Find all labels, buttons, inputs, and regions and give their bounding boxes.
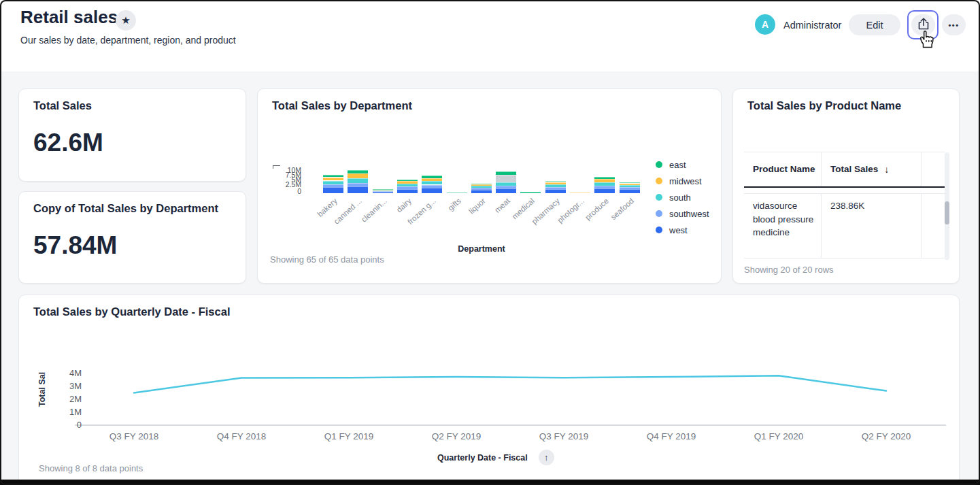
kpi-card-total-sales[interactable]: Total Sales 62.6M bbox=[18, 88, 246, 182]
bar-segment-liquor-midwest[interactable] bbox=[471, 184, 492, 186]
column-header-empty bbox=[922, 152, 945, 186]
favorite-star-icon[interactable]: ★ bbox=[116, 10, 136, 31]
bar-segment-bakery-west[interactable] bbox=[323, 187, 343, 193]
legend-item-midwest[interactable]: midwest bbox=[656, 173, 709, 189]
bar-segment-liquor-south[interactable] bbox=[471, 186, 492, 188]
bar-segment-liquor-southwest[interactable] bbox=[471, 188, 492, 190]
x-axis-title: Department bbox=[323, 244, 640, 254]
legend-label: midwest bbox=[669, 176, 702, 186]
bar-segment-gifts-east[interactable] bbox=[447, 193, 467, 193]
column-header-total-sales[interactable]: Total Sales ↓ bbox=[822, 152, 922, 186]
x-axis-title: Quarterly Date - Fiscal bbox=[437, 453, 528, 463]
bar-segment-produce-southwest[interactable] bbox=[594, 186, 615, 188]
bar-segment-canned-southwest[interactable] bbox=[348, 183, 368, 186]
bar-segment-produce-midwest[interactable] bbox=[594, 179, 615, 182]
bar-segment-cleanin-south[interactable] bbox=[373, 190, 393, 191]
kpi-title: Total Sales bbox=[33, 99, 92, 112]
table-scrollbar-track[interactable] bbox=[945, 152, 949, 260]
share-button[interactable] bbox=[911, 14, 935, 35]
bar-segment-dairy-east[interactable] bbox=[397, 180, 418, 182]
legend-label: east bbox=[669, 160, 686, 170]
bar-segment-cleanin-east[interactable] bbox=[373, 189, 393, 190]
legend-dot-west bbox=[656, 227, 662, 233]
kpi-card-copy-total-sales[interactable]: Copy of Total Sales by Department 57.84M bbox=[18, 191, 246, 284]
bar-segment-bakery-southwest[interactable] bbox=[323, 184, 343, 188]
bar-segment-produce-east[interactable] bbox=[594, 177, 615, 179]
column-header-product-name[interactable]: Product Name bbox=[744, 152, 822, 186]
cell-total-sales: 238.86K bbox=[822, 194, 922, 258]
bar-segment-dairy-west[interactable] bbox=[397, 189, 418, 193]
legend-dot-midwest bbox=[656, 178, 662, 184]
bar-segment-pharmacy-west[interactable] bbox=[545, 189, 566, 193]
bar-segment-frozeng-midwest[interactable] bbox=[422, 178, 442, 182]
x-axis-title-group: Quarterly Date - Fiscal ↑ bbox=[437, 450, 554, 465]
bar-segment-seafood-south[interactable] bbox=[620, 185, 640, 187]
bar-segment-meat-midwest[interactable] bbox=[496, 175, 516, 182]
bar-segment-seafood-west[interactable] bbox=[620, 189, 640, 193]
column-header-label: Total Sales bbox=[830, 163, 878, 175]
bar-segment-frozeng-south[interactable] bbox=[422, 181, 442, 184]
bar-segment-pharmacy-midwest[interactable] bbox=[545, 182, 566, 185]
kpi-title: Copy of Total Sales by Department bbox=[33, 202, 218, 215]
bar-segment-frozeng-southwest[interactable] bbox=[422, 185, 442, 188]
bar-segment-cleanin-southwest[interactable] bbox=[373, 191, 393, 192]
bar-segment-seafood-southwest[interactable] bbox=[620, 187, 640, 189]
bar-segment-produce-south[interactable] bbox=[594, 182, 615, 186]
bar-segment-produce-west[interactable] bbox=[594, 188, 615, 193]
avatar[interactable]: A bbox=[755, 14, 775, 35]
page-subtitle: Our sales by date, department, region, a… bbox=[20, 35, 236, 46]
sort-descending-icon[interactable]: ↓ bbox=[884, 163, 889, 176]
legend-item-east[interactable]: east bbox=[656, 156, 709, 173]
bar-segment-photogr-midwest[interactable] bbox=[570, 193, 590, 193]
line-series-total-sales[interactable] bbox=[134, 375, 886, 392]
bar-segment-liquor-east[interactable] bbox=[471, 184, 492, 185]
table-body: vidasource blood pressure medicine238.86… bbox=[744, 194, 945, 258]
bar-segment-pharmacy-east[interactable] bbox=[545, 181, 566, 182]
table-header-row: Product Name Total Sales ↓ bbox=[744, 152, 945, 188]
table-scrollbar-thumb[interactable] bbox=[945, 201, 949, 224]
legend-dot-southwest bbox=[656, 210, 662, 217]
bar-segment-meat-southwest[interactable] bbox=[496, 186, 516, 188]
bar-segment-frozeng-west[interactable] bbox=[422, 188, 442, 193]
bar-segment-pharmacy-southwest[interactable] bbox=[545, 187, 566, 189]
data-points-note: Showing 65 of 65 data points bbox=[270, 254, 384, 265]
bar-segment-canned-west[interactable] bbox=[348, 186, 368, 193]
sort-ascending-icon[interactable]: ↑ bbox=[539, 450, 554, 465]
more-options-button[interactable]: ••• bbox=[942, 14, 966, 35]
bar-segment-meat-east[interactable] bbox=[496, 171, 516, 175]
screen-bottom-edge bbox=[0, 480, 980, 485]
bar-segment-bakery-south[interactable] bbox=[323, 181, 343, 184]
legend-dot-east bbox=[656, 161, 662, 168]
bar-segment-cleanin-west[interactable] bbox=[373, 192, 393, 193]
line-series-svg bbox=[19, 295, 960, 452]
bar-segment-dairy-southwest[interactable] bbox=[397, 186, 418, 189]
legend-item-south[interactable]: south bbox=[656, 189, 709, 205]
edit-button[interactable]: Edit bbox=[849, 14, 900, 35]
bar-segment-cleanin-midwest[interactable] bbox=[373, 190, 393, 190]
bar-segment-bakery-east[interactable] bbox=[323, 175, 343, 178]
bar-segment-canned-midwest[interactable] bbox=[348, 173, 368, 178]
chart-card-total-sales-by-quarterly-date: Total Sales by Quarterly Date - Fiscal T… bbox=[18, 295, 960, 485]
bar-segment-meat-west[interactable] bbox=[496, 188, 516, 193]
bar-segment-pharmacy-south[interactable] bbox=[545, 184, 566, 187]
legend-label: southwest bbox=[669, 209, 709, 219]
bar-segment-liquor-west[interactable] bbox=[471, 190, 492, 193]
bar-segment-dairy-south[interactable] bbox=[397, 184, 418, 186]
bar-segment-meat-south[interactable] bbox=[496, 182, 516, 186]
bar-segment-seafood-midwest[interactable] bbox=[620, 184, 640, 185]
bar-segment-seafood-east[interactable] bbox=[620, 182, 640, 184]
bar-segment-canned-east[interactable] bbox=[348, 170, 368, 173]
bar-segment-medical-east[interactable] bbox=[520, 192, 541, 193]
table-row[interactable]: vidasource blood pressure medicine238.86… bbox=[744, 194, 945, 258]
bar-segment-dairy-midwest[interactable] bbox=[397, 181, 418, 184]
table-spacer-row bbox=[744, 188, 945, 194]
legend-item-west[interactable]: west bbox=[656, 222, 709, 238]
legend-item-southwest[interactable]: southwest bbox=[656, 205, 709, 222]
bar-segment-bakery-midwest[interactable] bbox=[323, 178, 343, 181]
legend-label: west bbox=[669, 225, 688, 235]
kpi-value: 62.6M bbox=[33, 129, 103, 157]
rows-note: Showing 20 of 20 rows bbox=[744, 265, 834, 275]
bar-segment-frozeng-east[interactable] bbox=[422, 175, 442, 178]
bar-segment-canned-south[interactable] bbox=[348, 178, 368, 183]
chart-card-total-sales-by-department: Total Sales by Department 10M7.5M5M2.5M0… bbox=[257, 88, 722, 284]
